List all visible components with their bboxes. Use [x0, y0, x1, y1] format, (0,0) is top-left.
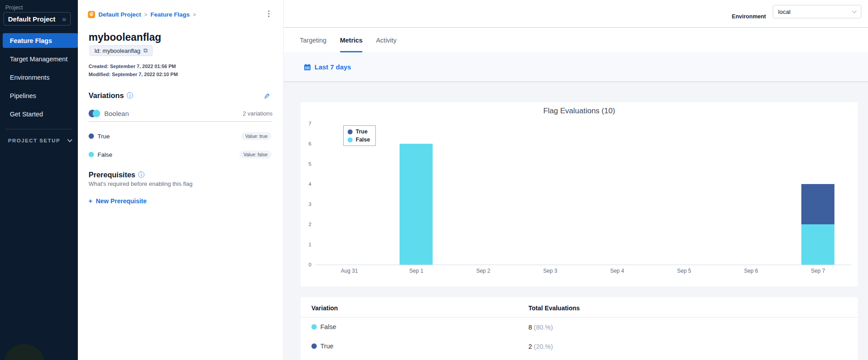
sidebar-item-label: Get Started [10, 111, 43, 118]
legend-label: False [356, 136, 370, 144]
flag-id-chip[interactable]: Id: mybooleanflag ⧉ [89, 45, 153, 56]
false-dot [89, 152, 94, 157]
tab-activity[interactable]: Activity [376, 28, 396, 52]
y-axis-tick: 4 [302, 181, 311, 187]
variations-heading-text: Variations [89, 91, 124, 100]
sidebar-item-label: Target Management [10, 56, 68, 63]
project-label: Project [5, 4, 23, 11]
info-icon[interactable]: ⓘ [127, 92, 133, 100]
legend-dot [348, 137, 353, 142]
x-axis-tick: Sep 7 [800, 268, 836, 274]
x-axis-tick: Aug 31 [332, 268, 367, 274]
variation-name: True [98, 133, 110, 140]
sidebar-item-target-management[interactable]: Target Management [3, 51, 78, 66]
tab-metrics[interactable]: Metrics [340, 28, 363, 52]
tab-label: Targeting [300, 37, 327, 44]
chevron-down-icon [852, 9, 857, 13]
evaluation-count: 8 [528, 324, 532, 331]
tab-label: Activity [376, 37, 396, 44]
legend-label: True [356, 128, 367, 136]
x-axis-tick: Sep 3 [532, 268, 568, 274]
sidebar-item-label: Environments [10, 74, 50, 81]
variation-name: False [98, 151, 112, 158]
true-dot [89, 133, 94, 139]
new-prerequisite-button[interactable]: + New Prerequisite [89, 197, 147, 205]
sidebar-divider [5, 129, 72, 129]
chart-legend: TrueFalse [343, 125, 376, 146]
info-icon[interactable]: ⓘ [138, 171, 145, 179]
metrics-panel: Environment local Targeting Metrics Acti… [284, 0, 868, 360]
date-range-label: Last 7 days [315, 63, 351, 71]
date-filter-band: Last 7 days [284, 52, 868, 82]
double-chevron-icon: » [62, 15, 66, 23]
app-window: Project Default Project » Feature Flags … [0, 0, 868, 360]
table-cell-total: 2 (20.%) [528, 343, 553, 350]
flag-title: mybooleanflag [89, 31, 161, 43]
bar-segment-true[interactable] [801, 184, 834, 224]
kebab-menu-icon[interactable]: ⋮ [265, 10, 272, 17]
variation-value-chip: Value: false [239, 150, 272, 159]
x-axis-tick: Sep 1 [398, 268, 434, 274]
app-logo-icon [88, 11, 95, 18]
table-cell-total: 8 (80.%) [528, 324, 553, 331]
sidebar-item-feature-flags[interactable]: Feature Flags [3, 33, 78, 48]
edit-variations-icon[interactable]: ✎ [264, 92, 270, 101]
variation-type-row: Boolean 2 variations [89, 110, 272, 117]
bar-segment-false[interactable] [400, 144, 433, 265]
y-axis-tick: 5 [302, 161, 311, 167]
y-axis-tick: 1 [302, 242, 311, 247]
table-header-divider [301, 317, 858, 317]
y-axis-tick: 7 [302, 121, 311, 126]
column-header-variation: Variation [311, 304, 338, 312]
breadcrumb-feature-flags-link[interactable]: Feature Flags [150, 11, 190, 18]
breadcrumb-separator: > [193, 12, 196, 18]
project-setup-label: PROJECT SETUP [8, 138, 60, 143]
false-dot [311, 324, 317, 330]
sidebar-item-pipelines[interactable]: Pipelines [3, 88, 78, 103]
breadcrumb-separator: > [144, 12, 147, 18]
sidebar-item-label: Feature Flags [10, 37, 52, 44]
sidebar-item-label: Pipelines [10, 92, 36, 99]
variation-row-true: True Value: true [89, 132, 272, 140]
prerequisites-heading-text: Prerequisites [89, 171, 136, 179]
breadcrumb: Default Project > Feature Flags > [88, 11, 196, 18]
help-widget-bubble[interactable] [4, 344, 45, 360]
column-header-total-evaluations: Total Evaluations [528, 304, 580, 312]
chart-title: Flag Evaluations (10) [301, 107, 858, 116]
breadcrumb-project-link[interactable]: Default Project [98, 11, 141, 18]
true-dot [311, 343, 317, 349]
modified-timestamp: Modified: September 7, 2022 02:10 PM [89, 72, 178, 77]
table-row: True [311, 343, 333, 350]
copy-icon[interactable]: ⧉ [144, 47, 148, 54]
date-range-button[interactable]: Last 7 days [304, 63, 351, 71]
legend-entry-false: False [348, 136, 370, 144]
table-row: False [311, 323, 336, 330]
sidebar-item-environments[interactable]: Environments [3, 70, 78, 85]
tab-targeting[interactable]: Targeting [300, 28, 327, 52]
flag-id-text: Id: mybooleanflag [94, 47, 140, 54]
x-axis-tick: Sep 5 [666, 268, 702, 274]
evaluation-count: 2 [528, 343, 532, 350]
project-selector[interactable]: Default Project » [4, 12, 71, 26]
tab-label: Metrics [340, 37, 363, 44]
environment-select[interactable]: local [773, 5, 861, 18]
bar-segment-false[interactable] [801, 224, 834, 265]
variations-heading: Variations ⓘ [89, 91, 133, 100]
project-setup-toggle[interactable]: PROJECT SETUP [8, 138, 72, 143]
evaluation-percent: (80.%) [534, 324, 553, 331]
variation-false-dot [93, 110, 100, 117]
calendar-icon [304, 64, 311, 71]
evaluation-percent: (20.%) [534, 343, 553, 350]
variation-row-false: False Value: false [89, 150, 272, 159]
environment-select-value: local [778, 9, 791, 15]
bar-chart-plot [316, 124, 851, 265]
chevron-down-icon [67, 137, 72, 142]
sidebar-item-get-started[interactable]: Get Started [3, 107, 78, 121]
evaluations-table-card: Variation Total Evaluations False 8 (80.… [301, 297, 858, 360]
x-axis-tick: Sep 4 [599, 268, 635, 274]
created-timestamp: Created: September 7, 2022 01:56 PM [89, 64, 176, 69]
prerequisites-heading: Prerequisites ⓘ [89, 171, 145, 179]
table-cell-variation: True [320, 343, 333, 350]
table-cell-variation: False [320, 323, 336, 330]
flag-detail-panel: Default Project > Feature Flags > ⋮ mybo… [78, 0, 284, 360]
